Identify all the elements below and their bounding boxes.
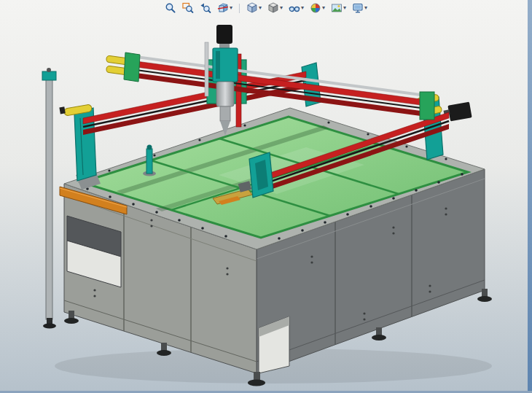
heads-up-view-toolbar: ▾ ▾ ▾ xyxy=(164,1,368,15)
dropdown-caret: ▾ xyxy=(230,5,232,11)
gantry-bridge[interactable] xyxy=(106,52,434,120)
dropdown-caret: ▾ xyxy=(280,5,283,11)
display-style-button[interactable]: ▾ xyxy=(267,1,283,15)
cad-model-cnc-gantry-machine[interactable] xyxy=(0,0,532,393)
apply-scene-button[interactable]: ▾ xyxy=(330,1,347,15)
display-style-icon xyxy=(267,2,279,14)
dropdown-caret: ▾ xyxy=(364,5,367,11)
previous-view-button[interactable] xyxy=(199,1,212,15)
dropdown-caret: ▾ xyxy=(322,5,325,11)
view-settings-icon xyxy=(352,2,364,14)
window-edge-right xyxy=(528,0,532,393)
previous-view-icon xyxy=(200,2,211,14)
drive-motor xyxy=(447,102,472,122)
edit-appearance-button[interactable]: ▾ xyxy=(309,1,326,15)
view-orientation-button[interactable]: ▾ xyxy=(246,1,262,15)
view-orientation-cube-icon xyxy=(246,2,258,14)
hide-show-items-button[interactable]: ▾ xyxy=(288,1,305,15)
apply-scene-icon xyxy=(331,2,343,14)
graphics-viewport[interactable] xyxy=(0,0,532,393)
zoom-to-area-icon xyxy=(182,2,194,14)
view-settings-button[interactable]: ▾ xyxy=(351,1,368,15)
application-window: ▾ ▾ ▾ xyxy=(0,0,532,393)
zoom-to-fit-icon xyxy=(165,2,176,14)
toolbar-separator xyxy=(239,4,240,13)
spindle-motor xyxy=(216,25,232,44)
dropdown-caret: ▾ xyxy=(259,5,262,11)
zoom-to-area-button[interactable] xyxy=(181,1,195,15)
stand-post[interactable] xyxy=(42,68,56,329)
zoom-to-fit-button[interactable] xyxy=(164,1,177,15)
section-view-button[interactable]: ▾ xyxy=(216,1,233,15)
dropdown-caret: ▾ xyxy=(343,5,346,11)
edit-appearance-ball-icon xyxy=(310,2,321,14)
section-view-icon xyxy=(217,2,229,14)
dropdown-caret: ▾ xyxy=(301,5,304,11)
hide-show-items-glasses-icon xyxy=(289,2,300,14)
